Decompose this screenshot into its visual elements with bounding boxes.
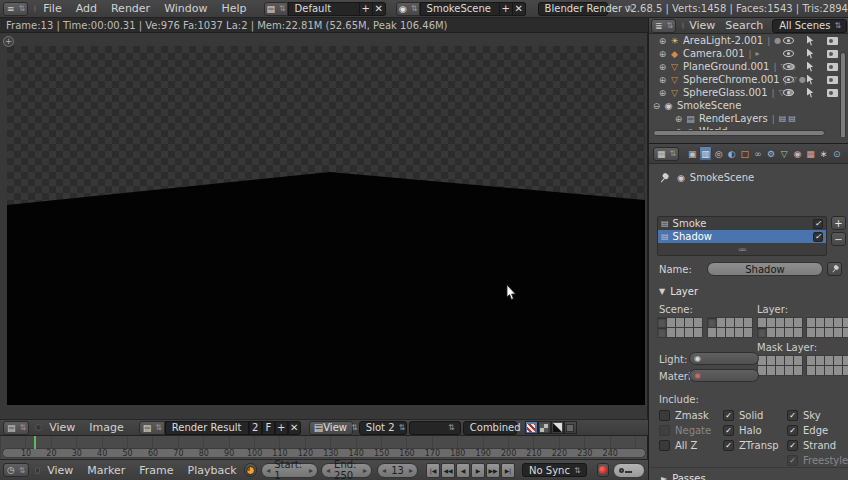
layer-toggle-cell[interactable] — [743, 327, 753, 338]
selectable-cursor-icon[interactable] — [807, 36, 815, 46]
header-collapse-toggle[interactable] — [35, 467, 41, 474]
checkbox[interactable]: ✓ — [723, 440, 734, 451]
header-collapse-toggle[interactable] — [682, 22, 684, 29]
tab-physics[interactable]: ⊙ — [831, 146, 843, 161]
remove-render-layer-button[interactable]: − — [831, 232, 846, 246]
tab-particles[interactable]: ∗ — [818, 146, 830, 161]
auto-keyframe-record-button[interactable] — [597, 463, 609, 477]
layer-enable-checkbox[interactable]: ✓ — [813, 232, 823, 242]
expand-icon[interactable]: ⊕ — [657, 49, 668, 59]
renderable-camera-icon[interactable] — [827, 89, 838, 97]
vertical-scrollbar[interactable] — [840, 52, 846, 137]
slot-dropdown[interactable]: Slot 2 ⇅ — [359, 421, 407, 435]
outliner-item-sphereglass[interactable]: ⊕ ▽ SphereGlass.001 | ▽● — [649, 86, 848, 99]
tab-render[interactable]: ▣ — [686, 146, 698, 161]
render-layer-item-shadow[interactable]: ▤ Shadow ✓ — [658, 230, 826, 243]
layer-layers-grid-b[interactable] — [806, 317, 848, 337]
screen-layout-icon-button[interactable]: ▤ ⇅ — [264, 2, 288, 16]
renderable-camera-icon[interactable] — [827, 76, 838, 84]
menu-view[interactable]: View — [47, 464, 73, 477]
render-engine-dropdown[interactable]: Blender Render ⇅ — [538, 2, 608, 16]
checkbox-zmask[interactable]: ✓ Zmask — [659, 410, 709, 421]
renderable-camera-icon[interactable] — [827, 63, 838, 71]
new-image-button[interactable]: + — [275, 421, 288, 435]
item-label[interactable]: RenderLayers — [699, 113, 768, 124]
selectable-cursor-icon[interactable] — [807, 49, 815, 59]
item-label[interactable]: SphereChrome.001 — [683, 74, 780, 85]
checkbox-edge[interactable]: ✓ Edge — [787, 425, 828, 436]
checkbox[interactable]: ✓ — [723, 410, 734, 421]
jump-to-start-button[interactable]: |◀ — [426, 463, 440, 478]
checkbox-all-z[interactable]: ✓ All Z — [659, 440, 697, 451]
selectable-cursor-icon[interactable] — [807, 75, 815, 85]
checkbox-negate[interactable]: ✓ Negate — [659, 425, 711, 436]
color-alpha-channel-button[interactable] — [525, 421, 538, 434]
editor-type-selector[interactable]: ▤ ⇅ — [3, 421, 29, 435]
selectable-cursor-icon[interactable] — [807, 62, 815, 72]
checkbox[interactable]: ✓ — [787, 410, 798, 421]
menu-render[interactable]: Render — [111, 2, 150, 15]
pin-icon[interactable] — [657, 170, 671, 184]
color-channel-button[interactable] — [538, 421, 551, 434]
editor-type-selector[interactable]: ▦ ⇅ — [653, 147, 679, 161]
header-collapse-toggle[interactable] — [34, 5, 36, 12]
outliner-item-spherechrome[interactable]: ⊕ ▽ SphereChrome.001 | ▽● — [649, 73, 848, 86]
menu-add[interactable]: Add — [76, 2, 97, 15]
menu-file[interactable]: File — [43, 2, 61, 15]
layer-panel-header[interactable]: ▼ Layer — [659, 286, 698, 297]
checkbox[interactable]: ✓ — [659, 440, 670, 451]
checkbox[interactable]: ✓ — [659, 425, 670, 436]
expand-icon[interactable]: ⊕ — [673, 114, 684, 124]
render-layer-dropdown[interactable]: ⇅ — [409, 421, 461, 435]
item-label[interactable]: SphereGlass.001 — [683, 87, 768, 98]
tab-render-layers[interactable]: ▥ — [699, 146, 711, 161]
tab-texture[interactable]: ▦ — [804, 146, 816, 161]
jump-to-end-button[interactable]: ▶| — [501, 463, 515, 478]
checkbox[interactable]: ✓ — [787, 425, 798, 436]
item-label[interactable]: AreaLight-2.001 — [683, 35, 763, 46]
collapse-icon[interactable]: ⊖ — [651, 101, 662, 111]
add-layout-button[interactable]: + — [360, 2, 373, 16]
close-scene-button[interactable]: ✕ — [513, 2, 526, 16]
material-override-field[interactable]: ◉ — [689, 369, 759, 382]
play-reverse-button[interactable]: ◀ — [456, 463, 470, 478]
render-pass-dropdown[interactable]: Combined ⇅ — [463, 421, 517, 435]
visibility-eye-icon[interactable] — [783, 50, 794, 57]
tab-object-data[interactable]: ▽ — [778, 146, 790, 161]
view-mode-dropdown[interactable]: ▤ View ⇅ — [309, 421, 353, 435]
checkbox[interactable]: ✓ — [659, 410, 670, 421]
visibility-eye-icon[interactable] — [783, 89, 794, 96]
outliner-item-planeground[interactable]: ⊕ ▽ PlaneGround.001 | ▽● — [649, 60, 848, 73]
expand-icon[interactable]: ⊕ — [657, 36, 668, 46]
mask-layers-grid-a[interactable] — [757, 355, 802, 375]
next-keyframe-button[interactable]: ▶▶ — [486, 463, 500, 478]
outliner-item-camera[interactable]: ⊕ ◆ Camera.001 | ▸ — [649, 47, 848, 60]
frame-end-field[interactable]: ◂ End: 250 ▸ — [321, 463, 372, 478]
layer-layers-grid-a[interactable] — [757, 317, 802, 337]
tab-scene[interactable]: ◎ — [713, 146, 725, 161]
checkbox[interactable]: ✓ — [787, 440, 798, 451]
checkbox-solid[interactable]: ✓ Solid — [723, 410, 763, 421]
layer-toggle-cell[interactable] — [793, 327, 803, 338]
menu-search[interactable]: Search — [725, 19, 763, 32]
image-datablock-icon-button[interactable]: ▤ ⇅ — [139, 421, 165, 435]
add-scene-button[interactable]: + — [500, 2, 513, 16]
menu-window[interactable]: Window — [164, 2, 207, 15]
image-datablock-name[interactable]: Render Result — [165, 421, 249, 435]
image-editor-canvas[interactable]: + — [0, 33, 648, 419]
checkbox-halo[interactable]: ✓ Halo — [723, 425, 762, 436]
expand-icon[interactable]: ⊕ — [657, 75, 668, 85]
editor-type-selector[interactable]: ≡ ⇅ — [3, 2, 28, 16]
selectable-cursor-icon[interactable] — [807, 88, 815, 98]
pin-toggle-button[interactable] — [827, 262, 842, 276]
tab-material[interactable]: ◉ — [791, 146, 803, 161]
close-layout-button[interactable]: ✕ — [373, 2, 386, 16]
current-frame-playhead[interactable] — [34, 436, 36, 449]
tab-modifiers[interactable]: ⚙ — [765, 146, 777, 161]
scene-layers-grid-b[interactable] — [707, 317, 752, 337]
light-override-field[interactable]: ◉ — [689, 352, 759, 365]
visibility-eye-icon[interactable] — [783, 76, 794, 83]
alpha-channel-button[interactable] — [551, 421, 564, 434]
unlink-image-button[interactable]: ✕ — [288, 421, 301, 435]
layer-toggle-cell[interactable] — [842, 327, 848, 338]
